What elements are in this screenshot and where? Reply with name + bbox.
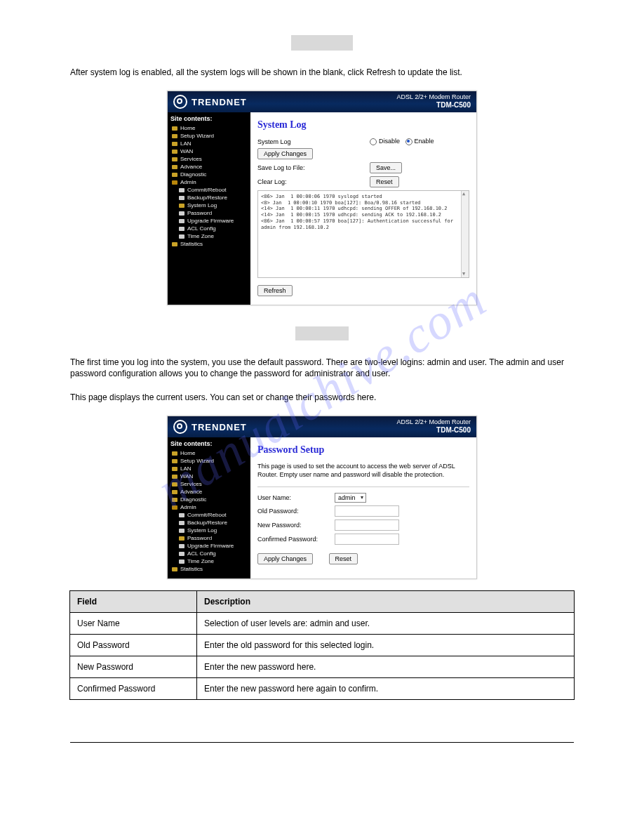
sidebar-item-home[interactable]: Home <box>170 124 248 132</box>
sidebar-item-statistics[interactable]: Statistics <box>170 565 248 573</box>
brand-text: TRENDNET <box>192 97 247 107</box>
page-title: Password Setup <box>257 444 469 456</box>
sidebar-item-setup-wizard[interactable]: Setup Wizard <box>170 457 248 465</box>
sidebar-item-diagnostic[interactable]: Diagnostic <box>170 171 248 178</box>
folder-icon <box>172 498 177 502</box>
brand: TRENDNET <box>173 420 247 434</box>
scrollbar[interactable] <box>461 191 469 277</box>
sidebar-sub-backup-restore[interactable]: Backup/Restore <box>170 519 248 527</box>
sidebar-sub-time-zone[interactable]: Time Zone <box>170 232 248 240</box>
sidebar-sub-system-log[interactable]: System Log <box>170 201 248 209</box>
router-model: TDM-C500 <box>436 426 471 434</box>
radio-disable-label: Disable <box>379 138 400 145</box>
folder-icon <box>172 459 177 463</box>
cell-description: Enter the new password here. <box>197 656 575 678</box>
sidebar-item-label: Commit/Reboot <box>187 187 227 193</box>
sidebar-item-label: WAN <box>180 473 193 479</box>
sidebar-sub-password[interactable]: Password <box>170 209 248 217</box>
sidebar-sub-system-log[interactable]: System Log <box>170 527 248 534</box>
sidebar-item-advance[interactable]: Advance <box>170 163 248 171</box>
old-password-input[interactable] <box>335 505 399 517</box>
sidebar-item-services[interactable]: Services <box>170 155 248 163</box>
sidebar-item-setup-wizard[interactable]: Setup Wizard <box>170 132 248 140</box>
sidebar-item-admin[interactable]: Admin <box>170 503 248 511</box>
page-icon <box>179 234 185 239</box>
redacted-box <box>291 35 353 51</box>
row-label-syslog: System Log <box>257 138 335 145</box>
sidebar-item-diagnostic[interactable]: Diagnostic <box>170 496 248 503</box>
router-header: TRENDNET ADSL 2/2+ Modem Router TDM-C500 <box>168 416 476 437</box>
username-select[interactable]: admin <box>335 493 366 503</box>
sidebar-item-services[interactable]: Services <box>170 480 248 488</box>
section-heading-1 <box>0 35 644 53</box>
sidebar-item-label: Commit/Reboot <box>187 512 227 518</box>
table-row: New Password Enter the new password here… <box>70 656 575 678</box>
reset-button[interactable]: Reset <box>329 553 358 564</box>
page-icon <box>179 188 185 192</box>
brand: TRENDNET <box>173 95 247 109</box>
page-icon <box>179 521 185 525</box>
cell-field: Confirmed Password <box>70 678 197 700</box>
sidebar-item-wan[interactable]: WAN <box>170 147 248 155</box>
log-textarea[interactable]: <86> Jan 1 00:00:06 1970 syslogd started… <box>257 190 469 278</box>
sidebar-item-label: Password <box>187 535 212 541</box>
sidebar-item-label: Services <box>180 156 202 162</box>
row-label-clear: Clear Log: <box>257 178 335 185</box>
sidebar-item-label: Time Zone <box>187 558 214 564</box>
sidebar-item-admin[interactable]: Admin <box>170 178 248 186</box>
radio-enable[interactable] <box>405 138 412 145</box>
apply-changes-button[interactable]: Apply Changes <box>257 553 313 564</box>
confirmed-password-input[interactable] <box>335 534 399 545</box>
cell-field: User Name <box>70 613 197 635</box>
folder-icon <box>172 451 177 456</box>
cell-field: Old Password <box>70 635 197 656</box>
apply-changes-button[interactable]: Apply Changes <box>257 148 313 159</box>
sidebar-sub-acl-config[interactable]: ACL Config <box>170 550 248 557</box>
sidebar-sub-commit-reboot[interactable]: Commit/Reboot <box>170 511 248 519</box>
password-intro-1: The first time you log into the system, … <box>70 357 574 379</box>
page-icon <box>179 211 185 216</box>
sidebar-sub-upgrade-firmware[interactable]: Upgrade Firmware <box>170 542 248 550</box>
sidebar-item-label: Backup/Restore <box>187 194 227 201</box>
router-title: ADSL 2/2+ Modem Router TDM-C500 <box>397 419 471 435</box>
sidebar-sub-time-zone[interactable]: Time Zone <box>170 557 248 565</box>
sidebar-item-label: Statistics <box>180 566 203 572</box>
page-icon <box>179 552 185 556</box>
footer-divider <box>70 742 574 743</box>
folder-icon <box>172 126 177 131</box>
sidebar: Site contents: Home Setup Wizard LAN WAN… <box>168 437 250 578</box>
folder-icon <box>172 467 177 471</box>
refresh-button[interactable]: Refresh <box>257 285 293 296</box>
page-icon <box>179 513 185 517</box>
sidebar-item-wan[interactable]: WAN <box>170 472 248 480</box>
save-button[interactable]: Save... <box>370 162 402 173</box>
sidebar-item-statistics[interactable]: Statistics <box>170 240 248 248</box>
page-icon <box>179 204 185 208</box>
table-row: User Name Selection of user levels are: … <box>70 613 575 635</box>
sidebar-item-label: Admin <box>180 504 196 510</box>
radio-disable[interactable] <box>370 138 377 145</box>
sidebar-item-home[interactable]: Home <box>170 449 248 457</box>
sidebar-item-lan[interactable]: LAN <box>170 140 248 147</box>
reset-button[interactable]: Reset <box>370 176 399 187</box>
sidebar-item-lan[interactable]: LAN <box>170 465 248 472</box>
sidebar-item-label: LAN <box>180 140 192 147</box>
sidebar-sub-upgrade-firmware[interactable]: Upgrade Firmware <box>170 217 248 225</box>
sidebar-item-label: Password <box>187 210 212 216</box>
folder-icon <box>172 165 177 169</box>
sidebar-item-label: Backup/Restore <box>187 519 227 526</box>
new-password-input[interactable] <box>335 519 399 531</box>
page-description: This page is used to set the account to … <box>257 463 469 479</box>
sidebar-item-advance[interactable]: Advance <box>170 488 248 496</box>
table-row: Old Password Enter the old password for … <box>70 635 575 656</box>
label-confirmed-password: Confirmed Password: <box>257 536 328 543</box>
sidebar-item-label: WAN <box>180 148 193 154</box>
sidebar-sub-acl-config[interactable]: ACL Config <box>170 225 248 232</box>
sidebar-item-label: Upgrade Firmware <box>187 543 234 549</box>
sidebar-sub-password[interactable]: Password <box>170 534 248 542</box>
redacted-box <box>295 326 349 340</box>
router-header: TRENDNET ADSL 2/2+ Modem Router TDM-C500 <box>168 91 476 112</box>
sidebar-sub-backup-restore[interactable]: Backup/Restore <box>170 194 248 201</box>
sidebar-sub-commit-reboot[interactable]: Commit/Reboot <box>170 186 248 194</box>
sidebar-item-label: Statistics <box>180 241 203 247</box>
